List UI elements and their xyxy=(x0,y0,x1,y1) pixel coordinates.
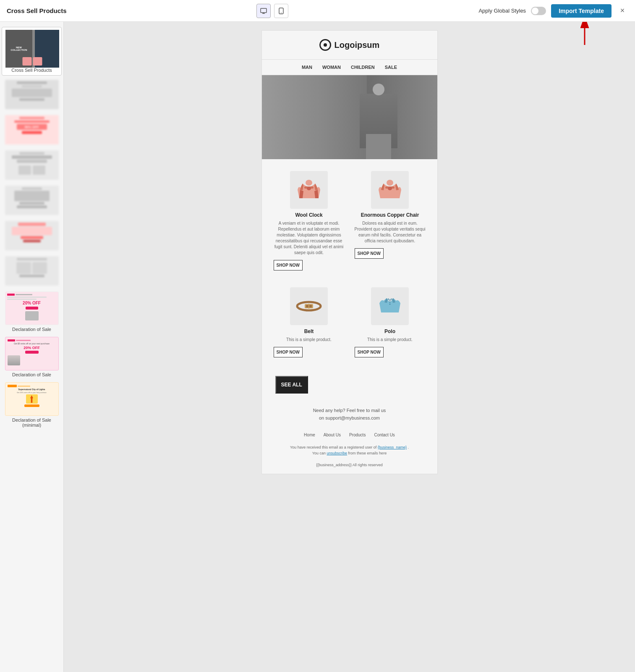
product-belt: Belt This is a simple product. SHOP NOW xyxy=(269,282,350,362)
sidebar: NEW COLLECTION Cross Sell Products xyxy=(0,22,64,672)
footer-registered-text: You have received this email as a regist… xyxy=(290,445,378,449)
product-name-wool-clock: Wool Clock xyxy=(274,212,345,218)
shop-now-belt[interactable]: SHOP NOW xyxy=(274,347,303,357)
email-logo: Logoipsum xyxy=(319,39,380,51)
main-layout: NEW COLLECTION Cross Sell Products xyxy=(0,22,635,672)
logo-text: Logoipsum xyxy=(334,40,380,50)
footer-period: . xyxy=(408,445,409,449)
svg-point-15 xyxy=(389,304,391,305)
product-img-wool-clock xyxy=(290,171,328,209)
help-text: Need any help? Feel free to mail us xyxy=(269,407,431,415)
lamp-label: Declaration of Sale (minimal) xyxy=(3,417,60,428)
product-enormous-copper-chair: Enormous Copper Chair Dolores ea aliquid… xyxy=(350,166,431,276)
sidebar-item-blurred-4[interactable] xyxy=(0,183,63,218)
sidebar-item-blurred-6[interactable] xyxy=(0,254,63,289)
email-preview: Logoipsum MAN WOMAN CHILDREN SALE xyxy=(261,30,438,474)
sidebar-item-blurred-2[interactable]: 50% OFF xyxy=(0,113,63,148)
product-img-polo xyxy=(371,287,409,325)
product-grid-row1: Wool Clock A veniam et in voluptate et m… xyxy=(262,159,437,282)
email-help: Need any help? Feel free to mail us on s… xyxy=(262,400,437,428)
sidebar-item-declaration-sale-2[interactable]: Get $5 extra off on your next purchase 2… xyxy=(0,334,63,380)
see-all-container: SEE ALL xyxy=(262,369,437,400)
sidebar-item-blurred-1[interactable] xyxy=(0,77,63,113)
email-header: Logoipsum xyxy=(262,31,437,60)
product-desc-copper-chair: Dolores ea aliquid est in eum. Provident… xyxy=(355,220,426,244)
see-all-button[interactable]: SEE ALL xyxy=(275,376,308,394)
sidebar-item-blurred-3[interactable] xyxy=(0,148,63,183)
import-template-button[interactable]: Import Template xyxy=(551,4,611,18)
product-grid-row2: Belt This is a simple product. SHOP NOW xyxy=(262,282,437,369)
product-name-copper-chair: Enormous Copper Chair xyxy=(355,212,426,218)
product-wool-clock: Wool Clock A veniam et in voluptate et m… xyxy=(269,166,350,276)
footer-nav-home: Home xyxy=(304,433,315,437)
footer-business-name: {business_name} xyxy=(378,445,407,449)
svg-rect-13 xyxy=(308,304,309,309)
nav-man: MAN xyxy=(302,65,312,70)
close-button[interactable]: × xyxy=(617,5,628,17)
footer-unsubscribe-prefix: You can xyxy=(312,451,327,455)
svg-point-6 xyxy=(307,187,311,190)
cross-sell-thumbnail: NEW COLLECTION xyxy=(5,30,59,68)
svg-point-2 xyxy=(281,12,282,13)
sidebar-item-cross-sell[interactable]: NEW COLLECTION Cross Sell Products xyxy=(2,27,62,76)
sidebar-item-declaration-sale-1[interactable]: 20% OFF Declaration of Sale xyxy=(0,289,63,334)
email-footer-text: You have received this email as a regist… xyxy=(262,441,437,459)
email-footer-address: {{business_address}} All rights reserved xyxy=(262,459,437,474)
nav-sale: SALE xyxy=(385,65,397,70)
nav-woman: WOMAN xyxy=(322,65,341,70)
global-styles-label: Apply Global Styles xyxy=(478,8,526,14)
email-footer-nav: Home About Us Products Contact Us xyxy=(262,428,437,441)
email-nav: MAN WOMAN CHILDREN SALE xyxy=(262,60,437,75)
logo-icon xyxy=(319,39,331,51)
footer-nav-contact: Contact Us xyxy=(374,433,395,437)
svg-rect-0 xyxy=(261,8,267,13)
declaration-sale-1-label: Declaration of Sale xyxy=(3,327,60,332)
footer-unsubscribe-suffix: from these emails here xyxy=(348,451,387,455)
product-img-belt xyxy=(290,287,328,325)
sidebar-item-blurred-5[interactable] xyxy=(0,218,63,254)
product-desc-wool-clock: A veniam et in voluptate et modi. Repell… xyxy=(274,220,345,256)
product-polo: Polo This is a simple product. SHOP NOW xyxy=(350,282,431,362)
nav-children: CHILDREN xyxy=(351,65,375,70)
sidebar-item-lamp[interactable]: Supernatural City of Lights Get 25% extr… xyxy=(0,380,63,430)
cross-sell-label: Cross Sell Products xyxy=(5,68,58,73)
shop-now-polo[interactable]: SHOP NOW xyxy=(355,347,384,357)
mobile-view-button[interactable] xyxy=(274,4,288,18)
svg-point-14 xyxy=(389,302,391,303)
svg-point-4 xyxy=(306,180,312,186)
page-title: Cross Sell Products xyxy=(7,7,67,14)
product-img-copper-chair xyxy=(371,171,409,209)
product-name-belt: Belt xyxy=(274,328,345,334)
footer-unsubscribe-link: unsubscribe xyxy=(327,451,348,455)
content-area: Logoipsum MAN WOMAN CHILDREN SALE xyxy=(64,22,635,672)
global-styles-toggle[interactable] xyxy=(531,7,546,15)
header-center xyxy=(256,4,288,18)
declaration-sale-2-label: Declaration of Sale xyxy=(3,372,60,377)
svg-point-9 xyxy=(388,187,392,190)
footer-nav-about: About Us xyxy=(324,433,341,437)
header: Cross Sell Products Apply Global Styles … xyxy=(0,0,635,22)
product-name-polo: Polo xyxy=(355,328,426,334)
header-left: Cross Sell Products xyxy=(7,7,67,14)
footer-nav-products: Products xyxy=(349,433,366,437)
header-right: Apply Global Styles Import Template × xyxy=(478,4,628,18)
shop-now-wool-clock[interactable]: SHOP NOW xyxy=(274,260,303,270)
shop-now-copper-chair[interactable]: SHOP NOW xyxy=(355,248,384,259)
product-desc-polo: This is a simple product. xyxy=(355,337,426,343)
email-hero xyxy=(262,75,437,159)
desktop-view-button[interactable] xyxy=(256,4,271,18)
help-email: on support@mybusiness.com xyxy=(269,415,431,422)
svg-point-7 xyxy=(387,180,393,186)
product-desc-belt: This is a simple product. xyxy=(274,337,345,343)
